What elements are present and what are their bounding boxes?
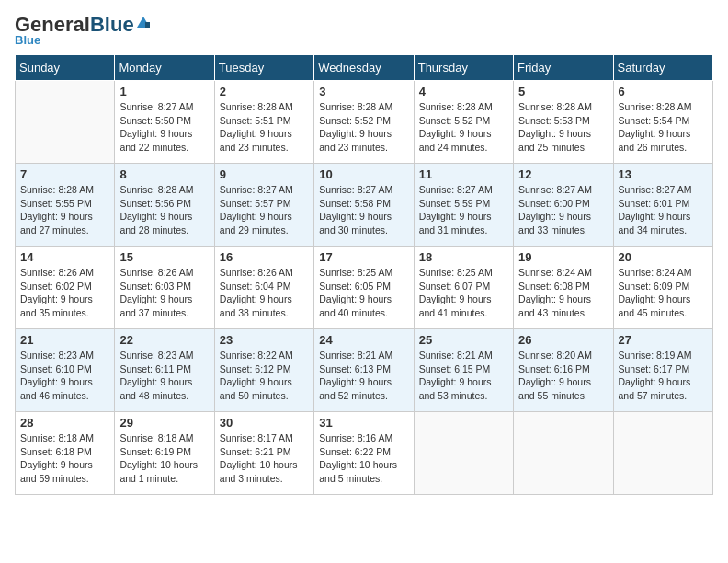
cell-sunrise: Sunrise: 8:25 AM	[419, 267, 493, 278]
calendar-week-row: 21Sunrise: 8:23 AMSunset: 6:10 PMDayligh…	[16, 329, 713, 412]
cell-sunset: Sunset: 6:22 PM	[319, 446, 391, 457]
cell-daylight: Daylight: 9 hours and 43 minutes.	[518, 293, 591, 318]
cell-daylight: Daylight: 9 hours and 41 minutes.	[419, 293, 492, 318]
cell-sunset: Sunset: 6:07 PM	[419, 281, 491, 292]
calendar-cell: 5Sunrise: 8:28 AMSunset: 5:53 PMDaylight…	[514, 81, 613, 164]
cell-sunset: Sunset: 5:53 PM	[518, 115, 590, 126]
calendar-cell: 19Sunrise: 8:24 AMSunset: 6:08 PMDayligh…	[514, 247, 613, 329]
cell-daylight: Daylight: 9 hours and 46 minutes.	[20, 376, 93, 401]
calendar-cell: 25Sunrise: 8:21 AMSunset: 6:15 PMDayligh…	[414, 329, 513, 412]
day-number: 17	[319, 250, 408, 264]
day-number: 29	[119, 416, 209, 430]
day-number: 16	[220, 250, 309, 264]
cell-sunset: Sunset: 5:56 PM	[119, 198, 191, 209]
cell-daylight: Daylight: 9 hours and 26 minutes.	[619, 128, 691, 153]
svg-rect-0	[145, 22, 150, 28]
calendar-cell: 10Sunrise: 8:27 AMSunset: 5:58 PMDayligh…	[314, 164, 414, 247]
cell-daylight: Daylight: 9 hours and 23 minutes.	[220, 128, 292, 153]
calendar-cell: 7Sunrise: 8:28 AMSunset: 5:55 PMDaylight…	[16, 164, 115, 247]
day-number: 28	[20, 416, 109, 430]
calendar-week-row: 28Sunrise: 8:18 AMSunset: 6:18 PMDayligh…	[16, 412, 713, 495]
cell-sunrise: Sunrise: 8:17 AM	[220, 432, 293, 443]
day-number: 18	[419, 250, 508, 264]
cell-sunset: Sunset: 6:04 PM	[220, 281, 291, 292]
calendar-cell: 17Sunrise: 8:25 AMSunset: 6:05 PMDayligh…	[314, 247, 414, 329]
cell-sunset: Sunset: 6:01 PM	[619, 198, 690, 209]
calendar-cell: 29Sunrise: 8:18 AMSunset: 6:19 PMDayligh…	[115, 412, 214, 495]
calendar-cell: 8Sunrise: 8:28 AMSunset: 5:56 PMDaylight…	[115, 164, 214, 247]
cell-sunset: Sunset: 6:21 PM	[220, 446, 291, 457]
day-number: 5	[518, 85, 608, 98]
day-number: 25	[419, 333, 508, 347]
cell-sunrise: Sunrise: 8:28 AM	[319, 101, 392, 112]
day-number: 30	[220, 416, 309, 430]
calendar-cell: 9Sunrise: 8:27 AMSunset: 5:57 PMDaylight…	[214, 164, 313, 247]
calendar-cell: 20Sunrise: 8:24 AMSunset: 6:09 PMDayligh…	[613, 247, 712, 329]
day-number: 26	[518, 333, 608, 347]
cell-sunset: Sunset: 6:08 PM	[518, 281, 590, 292]
cell-sunset: Sunset: 5:50 PM	[119, 115, 191, 126]
cell-sunset: Sunset: 5:59 PM	[419, 198, 491, 209]
cell-sunrise: Sunrise: 8:26 AM	[20, 267, 94, 278]
cell-sunrise: Sunrise: 8:24 AM	[619, 267, 692, 278]
calendar-week-row: 1Sunrise: 8:27 AMSunset: 5:50 PMDaylight…	[16, 81, 713, 164]
cell-sunrise: Sunrise: 8:24 AM	[518, 267, 592, 278]
cell-daylight: Daylight: 9 hours and 55 minutes.	[518, 376, 591, 401]
cell-daylight: Daylight: 9 hours and 33 minutes.	[518, 211, 591, 236]
day-number: 22	[119, 333, 209, 347]
cell-sunset: Sunset: 6:18 PM	[20, 446, 92, 457]
cell-sunset: Sunset: 6:16 PM	[518, 363, 590, 374]
cell-sunrise: Sunrise: 8:21 AM	[419, 350, 493, 361]
day-number: 24	[319, 333, 408, 347]
day-number: 27	[619, 333, 708, 347]
calendar-cell: 14Sunrise: 8:26 AMSunset: 6:02 PMDayligh…	[16, 247, 115, 329]
calendar-cell: 3Sunrise: 8:28 AMSunset: 5:52 PMDaylight…	[314, 81, 414, 164]
cell-sunset: Sunset: 6:15 PM	[419, 363, 491, 374]
cell-daylight: Daylight: 9 hours and 35 minutes.	[20, 293, 93, 318]
calendar-cell: 2Sunrise: 8:28 AMSunset: 5:51 PMDaylight…	[214, 81, 313, 164]
weekday-header-row: SundayMondayTuesdayWednesdayThursdayFrid…	[16, 55, 713, 81]
logo-subtitle: Blue	[15, 33, 40, 47]
cell-sunrise: Sunrise: 8:28 AM	[220, 101, 293, 112]
cell-sunset: Sunset: 6:12 PM	[220, 363, 291, 374]
cell-daylight: Daylight: 10 hours and 1 minute.	[119, 459, 198, 484]
cell-sunrise: Sunrise: 8:18 AM	[20, 432, 94, 443]
calendar-week-row: 7Sunrise: 8:28 AMSunset: 5:55 PMDaylight…	[16, 164, 713, 247]
calendar-cell	[414, 412, 513, 495]
cell-daylight: Daylight: 9 hours and 31 minutes.	[419, 211, 492, 236]
day-number: 11	[419, 167, 508, 181]
logo: GeneralBlue Blue	[15, 15, 152, 47]
cell-sunrise: Sunrise: 8:27 AM	[220, 184, 293, 195]
cell-daylight: Daylight: 9 hours and 24 minutes.	[419, 128, 492, 153]
cell-sunrise: Sunrise: 8:28 AM	[619, 101, 692, 112]
calendar-cell: 21Sunrise: 8:23 AMSunset: 6:10 PMDayligh…	[16, 329, 115, 412]
cell-daylight: Daylight: 9 hours and 57 minutes.	[619, 376, 691, 401]
cell-sunset: Sunset: 6:13 PM	[319, 363, 391, 374]
calendar-cell	[16, 81, 115, 164]
cell-sunrise: Sunrise: 8:27 AM	[619, 184, 692, 195]
cell-daylight: Daylight: 9 hours and 52 minutes.	[319, 376, 392, 401]
cell-sunset: Sunset: 6:10 PM	[20, 363, 92, 374]
weekday-header-tuesday: Tuesday	[214, 55, 313, 81]
cell-daylight: Daylight: 10 hours and 3 minutes.	[220, 459, 298, 484]
cell-sunrise: Sunrise: 8:19 AM	[619, 350, 692, 361]
cell-daylight: Daylight: 9 hours and 30 minutes.	[319, 211, 392, 236]
day-number: 13	[619, 167, 708, 181]
calendar-cell: 6Sunrise: 8:28 AMSunset: 5:54 PMDaylight…	[613, 81, 712, 164]
day-number: 10	[319, 167, 408, 181]
page-header: GeneralBlue Blue	[15, 15, 713, 47]
cell-sunset: Sunset: 5:52 PM	[319, 115, 391, 126]
cell-sunset: Sunset: 5:54 PM	[619, 115, 690, 126]
cell-sunrise: Sunrise: 8:27 AM	[119, 101, 193, 112]
cell-sunrise: Sunrise: 8:28 AM	[20, 184, 94, 195]
cell-daylight: Daylight: 9 hours and 23 minutes.	[319, 128, 392, 153]
cell-sunrise: Sunrise: 8:25 AM	[319, 267, 392, 278]
cell-daylight: Daylight: 9 hours and 45 minutes.	[619, 293, 691, 318]
calendar-cell: 4Sunrise: 8:28 AMSunset: 5:52 PMDaylight…	[414, 81, 513, 164]
calendar-cell: 12Sunrise: 8:27 AMSunset: 6:00 PMDayligh…	[514, 164, 613, 247]
cell-daylight: Daylight: 9 hours and 29 minutes.	[220, 211, 292, 236]
calendar-cell: 27Sunrise: 8:19 AMSunset: 6:17 PMDayligh…	[613, 329, 712, 412]
cell-daylight: Daylight: 9 hours and 40 minutes.	[319, 293, 392, 318]
day-number: 15	[119, 250, 209, 264]
day-number: 14	[20, 250, 109, 264]
